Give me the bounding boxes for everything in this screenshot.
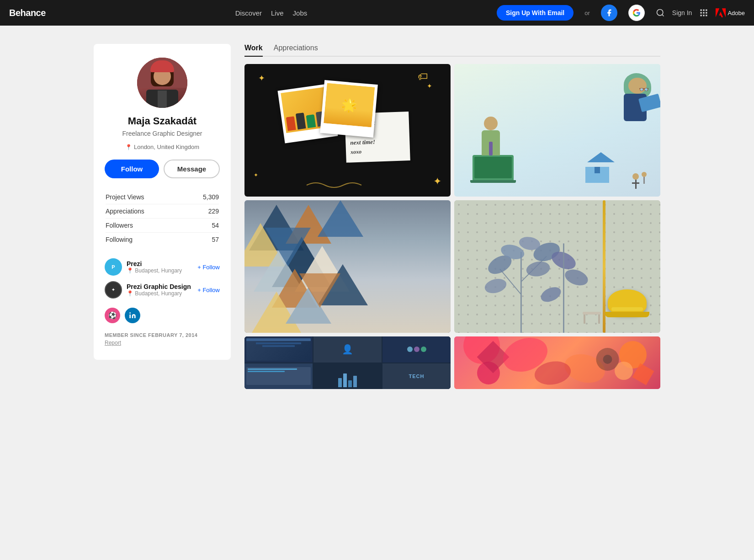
- project-tile-2[interactable]: 👓: [454, 64, 660, 197]
- svg-point-25: [539, 284, 563, 305]
- polaroid-2: 🌟: [320, 80, 378, 138]
- stat-appreciations: Appreciations 229: [106, 204, 219, 219]
- deco-star-1: ✦: [258, 73, 265, 83]
- svg-rect-7: [701, 15, 702, 16]
- svg-rect-6: [706, 12, 707, 13]
- tech-grid: 👤: [244, 336, 451, 389]
- prezi-info: Prezi 📍 Budapest, Hungary: [127, 260, 193, 274]
- profile-card: Maja Szakadát Freelance Graphic Designer…: [94, 44, 231, 360]
- svg-rect-5: [703, 12, 705, 13]
- svg-point-30: [603, 355, 612, 364]
- dribbble-icon[interactable]: ⚽: [105, 308, 120, 323]
- adobe-logo: Adobe: [716, 8, 745, 18]
- facebook-signup-button[interactable]: [601, 5, 617, 21]
- pegboard-content: [454, 200, 660, 333]
- svg-rect-1: [701, 10, 702, 11]
- svg-rect-2: [703, 10, 705, 11]
- search-icon[interactable]: [656, 8, 665, 17]
- avatar-wrap: [105, 58, 220, 108]
- social-icons: ⚽: [105, 308, 220, 323]
- svg-rect-4: [701, 12, 702, 13]
- profile-title: Freelance Graphic Designer: [105, 130, 220, 137]
- nav-jobs[interactable]: Jobs: [293, 9, 308, 17]
- yellow-helmet: [608, 289, 647, 315]
- projects-grid: ✦ ✦ ✦ ✦: [244, 64, 660, 389]
- content-tabs: Work Appreciations: [244, 44, 660, 57]
- nav-links: Discover Live Jobs: [57, 9, 486, 17]
- signin-link[interactable]: Sign In: [672, 9, 692, 16]
- message-button[interactable]: Message: [164, 160, 220, 178]
- abstract-content: [454, 336, 660, 389]
- location-pin-icon: 📍: [125, 144, 132, 150]
- tab-work[interactable]: Work: [244, 44, 263, 57]
- prezi-follow-button[interactable]: + Follow: [197, 264, 220, 271]
- or-label: or: [584, 10, 590, 16]
- prezi-logo: P: [105, 258, 122, 276]
- house-illustration: [587, 152, 615, 183]
- project-tile-3[interactable]: [244, 200, 451, 333]
- stat-following: Following 57: [106, 233, 219, 246]
- deco-star-2: ✦: [427, 82, 432, 90]
- main-wrapper: Maja Szakadát Freelance Graphic Designer…: [85, 26, 669, 407]
- tab-appreciations[interactable]: Appreciations: [274, 44, 318, 57]
- triangles-bg: [244, 200, 451, 333]
- navbar-right: Sign In Adobe: [656, 8, 745, 18]
- nav-discover[interactable]: Discover: [235, 9, 262, 17]
- nav-live[interactable]: Live: [271, 9, 284, 17]
- person-laptop: [473, 155, 516, 183]
- deco-star-3: ✦: [254, 172, 258, 178]
- stool: [583, 312, 601, 324]
- affiliation-prezi: P Prezi 📍 Budapest, Hungary + Follow: [105, 258, 220, 276]
- project-tile-4[interactable]: [454, 200, 660, 333]
- project-tile-6[interactable]: [454, 336, 660, 389]
- avatar: [137, 58, 187, 108]
- linkedin-icon[interactable]: [125, 308, 140, 323]
- stat-followers: Followers 54: [106, 219, 219, 233]
- svg-rect-8: [703, 15, 705, 16]
- deco-icon: 🏷: [418, 71, 428, 83]
- profile-name: Maja Szakadát: [105, 115, 220, 127]
- svg-point-24: [563, 267, 590, 288]
- stat-project-views: Project Views 5,309: [106, 190, 219, 204]
- abstract-svg: [454, 336, 660, 389]
- signup-button[interactable]: Sign Up With Email: [497, 5, 573, 21]
- stick-family: [632, 172, 647, 184]
- prezi-graphic-info: Prezi Graphic Design 📍 Budapest, Hungary: [127, 283, 193, 297]
- follow-button[interactable]: Follow: [105, 160, 159, 178]
- affiliation-list: P Prezi 📍 Budapest, Hungary + Follow ✦ P…: [105, 258, 220, 299]
- person-reading: [624, 73, 651, 121]
- project-tile-5[interactable]: 👤: [244, 336, 451, 389]
- profile-actions: Follow Message: [105, 160, 220, 178]
- member-since: MEMBER SINCE FEBRUARY 7, 2014: [105, 332, 220, 338]
- google-signup-button[interactable]: [628, 5, 645, 21]
- project-tile-1[interactable]: ✦ ✦ ✦ ✦: [244, 64, 451, 197]
- navbar: Behance Discover Live Jobs Sign Up With …: [0, 0, 754, 26]
- svg-point-22: [483, 277, 508, 295]
- content-area: Work Appreciations ✦ ✦ ✦ ✦: [244, 44, 660, 389]
- profile-stats: Project Views 5,309 Appreciations 229 Fo…: [105, 189, 220, 247]
- svg-point-10: [129, 312, 131, 314]
- report-link[interactable]: Report: [105, 340, 220, 346]
- behance-logo[interactable]: Behance: [9, 8, 46, 18]
- affiliation-prezi-graphic: ✦ Prezi Graphic Design 📍 Budapest, Hunga…: [105, 281, 220, 299]
- prezi-graphic-logo: ✦: [105, 281, 122, 299]
- adobe-label: Adobe: [727, 10, 745, 16]
- prezi-graphic-follow-button[interactable]: + Follow: [197, 287, 220, 293]
- svg-point-20: [525, 260, 551, 278]
- grid-icon[interactable]: [699, 8, 708, 17]
- glasses-deco: 👓: [639, 85, 649, 95]
- deco-star-4: ✦: [433, 176, 441, 187]
- deco-lines: [302, 178, 393, 192]
- svg-rect-9: [706, 15, 707, 16]
- svg-point-0: [657, 10, 663, 16]
- profile-location: 📍 London, United Kingdom: [105, 144, 220, 150]
- svg-rect-3: [706, 10, 707, 11]
